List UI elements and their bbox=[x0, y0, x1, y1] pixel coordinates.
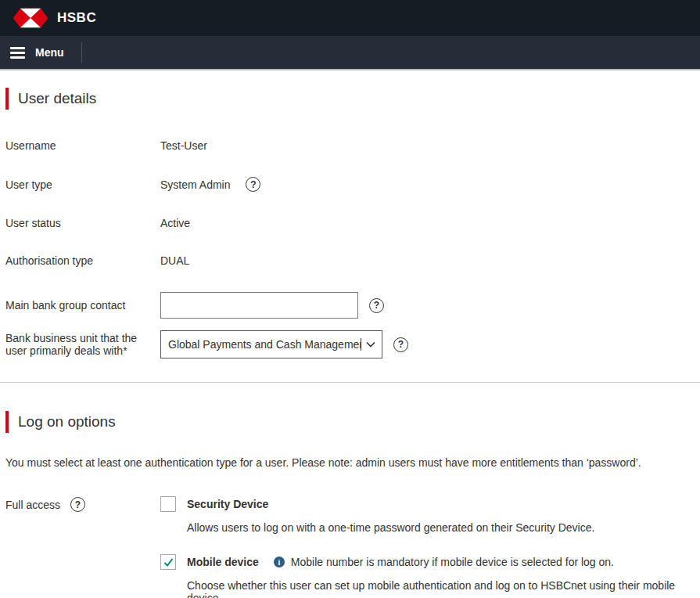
mobile-device-option: Mobile device i Mobile number is mandato… bbox=[160, 554, 695, 598]
security-device-option: Security Device Allows users to log on w… bbox=[160, 496, 695, 534]
user-status-row: User status Active bbox=[5, 217, 695, 229]
main-bank-group-contact-input[interactable] bbox=[160, 292, 358, 319]
menu-button[interactable]: Menu bbox=[35, 46, 64, 59]
user-details-section-title: User details bbox=[5, 70, 695, 110]
security-device-description: Allows users to log on with a one-time p… bbox=[187, 521, 695, 534]
user-status-label: User status bbox=[5, 217, 160, 229]
main-bank-group-contact-label: Main bank group contact bbox=[5, 299, 160, 312]
hsbc-hexagon-logo bbox=[13, 7, 48, 29]
authentication-instruction: You must select at least one authenticat… bbox=[5, 456, 695, 469]
user-type-row: User type System Admin ? bbox=[5, 177, 695, 192]
help-icon[interactable]: ? bbox=[246, 177, 260, 192]
security-device-row: Security Device bbox=[160, 496, 695, 512]
user-details-rows: Username Test-User User type System Admi… bbox=[5, 139, 695, 358]
full-access-group: Full access ? bbox=[5, 496, 160, 512]
main-content: User details Username Test-User User typ… bbox=[0, 70, 700, 598]
info-icon: i bbox=[274, 557, 285, 567]
main-bank-group-contact-row: Main bank group contact ? bbox=[5, 292, 695, 319]
help-icon[interactable]: ? bbox=[70, 497, 85, 512]
selected-option: Global Payments and Cash Management bbox=[168, 338, 361, 351]
log-on-options-section-title: Log on options bbox=[5, 383, 695, 433]
main-bank-group-contact-field: ? bbox=[160, 292, 695, 319]
brand-name: HSBC bbox=[57, 10, 96, 26]
authentication-options: Security Device Allows users to log on w… bbox=[160, 496, 695, 598]
log-on-options-grid: Full access ? Security Device Allows use… bbox=[5, 496, 695, 598]
checkmark-icon bbox=[163, 557, 174, 567]
bank-business-unit-field: Global Payments and Cash Management ? bbox=[160, 330, 695, 358]
section-title-text: Log on options bbox=[18, 413, 116, 430]
bank-business-unit-select[interactable]: Global Payments and Cash Management bbox=[160, 330, 382, 358]
bank-business-unit-row: Bank business unit that the user primari… bbox=[5, 330, 695, 358]
user-type-label: User type bbox=[5, 178, 160, 191]
mobile-device-checkbox[interactable] bbox=[160, 554, 176, 570]
username-label: Username bbox=[5, 139, 160, 152]
user-status-value: Active bbox=[160, 217, 695, 229]
username-row: Username Test-User bbox=[5, 139, 695, 152]
username-value: Test-User bbox=[160, 139, 695, 152]
mobile-device-description: Choose whether this user can set up mobi… bbox=[187, 579, 695, 598]
chevron-down-icon bbox=[366, 341, 375, 348]
page-title: User details bbox=[18, 90, 96, 107]
mobile-device-info: Mobile number is mandatory if mobile dev… bbox=[291, 556, 614, 568]
authorisation-type-label: Authorisation type bbox=[5, 254, 160, 267]
full-access-label: Full access bbox=[5, 499, 60, 511]
top-brand-bar: HSBC bbox=[0, 0, 700, 36]
security-device-checkbox[interactable] bbox=[160, 496, 176, 512]
help-icon[interactable]: ? bbox=[369, 298, 384, 313]
authorisation-type-row: Authorisation type DUAL bbox=[5, 254, 695, 267]
hamburger-menu-icon[interactable] bbox=[10, 47, 25, 59]
red-accent-bar bbox=[5, 88, 9, 110]
user-type-value: System Admin ? bbox=[160, 177, 695, 192]
help-icon[interactable]: ? bbox=[393, 337, 408, 352]
security-device-label: Security Device bbox=[187, 498, 268, 510]
authorisation-type-value: DUAL bbox=[160, 254, 695, 267]
bank-business-unit-label: Bank business unit that the user primari… bbox=[5, 332, 160, 357]
mobile-device-row: Mobile device i Mobile number is mandato… bbox=[160, 554, 695, 570]
menu-bar: Menu bbox=[0, 36, 700, 70]
menu-divider bbox=[81, 42, 82, 63]
red-accent-bar bbox=[5, 411, 9, 433]
mobile-device-label: Mobile device bbox=[187, 556, 259, 568]
